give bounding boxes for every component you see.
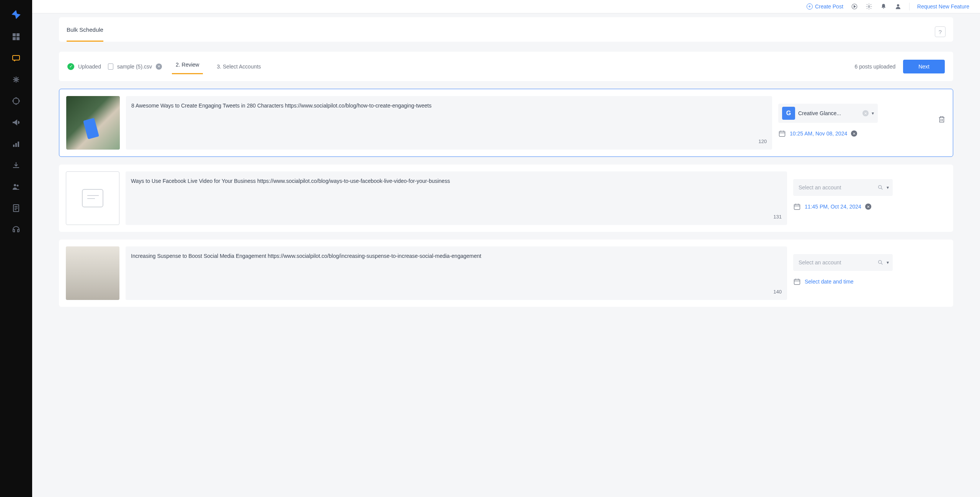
connect-icon[interactable] (11, 75, 21, 84)
topbar: + Create Post Request New Feature (32, 0, 980, 13)
post-meta: Select an account ▾ 11:45 PM, Oct 24, 20… (793, 171, 946, 210)
svg-rect-25 (794, 204, 800, 209)
clear-account-button[interactable]: ✕ (862, 110, 869, 116)
file-icon (108, 64, 113, 70)
title-card: Bulk Schedule ? (59, 17, 953, 42)
sidebar (0, 0, 32, 497)
svg-rect-4 (13, 55, 20, 60)
svg-point-5 (15, 79, 17, 80)
steps-right: 6 posts uploaded Next (855, 60, 945, 73)
file-name: sample (5).csv (117, 64, 152, 70)
support-icon[interactable] (11, 225, 21, 234)
account-select[interactable]: Select an account ▾ (793, 254, 893, 271)
steps-left: ✓ Uploaded sample (5).csv ✕ 2. Review 3.… (67, 59, 265, 74)
post-meta: G Creative Glance... ✕ ▾ 10:25 AM, Nov 0… (778, 96, 931, 137)
svg-rect-7 (13, 145, 15, 147)
datetime-text[interactable]: 10:25 AM, Nov 08, 2024 (790, 130, 847, 137)
calendar-icon (793, 203, 801, 210)
svg-point-17 (868, 6, 870, 8)
chevron-down-icon: ▾ (887, 185, 889, 190)
svg-point-11 (17, 185, 19, 187)
play-icon[interactable] (851, 3, 858, 10)
page-title-tab[interactable]: Bulk Schedule (67, 26, 103, 42)
message-icon[interactable] (11, 54, 21, 63)
post-meta: Select an account ▾ Select date and time (793, 246, 946, 285)
divider (909, 3, 910, 10)
char-count: 131 (131, 214, 782, 220)
plus-icon: + (807, 3, 813, 10)
step-uploaded-label: Uploaded (78, 64, 101, 70)
post-text: Increasing Suspense to Boost Social Medi… (131, 252, 782, 261)
svg-rect-0 (13, 33, 16, 36)
check-icon: ✓ (67, 63, 74, 70)
char-count: 140 (131, 289, 782, 295)
main-content: + Create Post Request New Feature Bulk S… (32, 0, 980, 497)
chevron-down-icon: ▾ (872, 111, 874, 116)
account-select[interactable]: G Creative Glance... ✕ ▾ (778, 104, 878, 123)
char-count: 120 (131, 139, 767, 144)
svg-point-23 (879, 186, 882, 189)
post-text: 8 Awesome Ways to Create Engaging Tweets… (131, 101, 767, 111)
svg-rect-1 (16, 33, 20, 36)
svg-rect-19 (779, 131, 785, 136)
datetime-text[interactable]: 11:45 PM, Oct 24, 2024 (805, 204, 861, 210)
account-badge-icon: G (782, 107, 795, 120)
next-button[interactable]: Next (903, 60, 945, 73)
svg-rect-8 (15, 143, 17, 147)
datetime-row: 11:45 PM, Oct 24, 2024 ✕ (793, 203, 946, 210)
trash-icon[interactable] (938, 115, 946, 124)
calendar-icon (793, 278, 801, 285)
post-card[interactable]: Increasing Suspense to Boost Social Medi… (59, 240, 953, 307)
datetime-row: Select date and time (793, 278, 946, 285)
content-wrap: Bulk Schedule ? ✓ Uploaded sample (5).cs… (32, 13, 980, 322)
clear-datetime-button[interactable]: ✕ (851, 130, 857, 137)
account-select[interactable]: Select an account ▾ (793, 179, 893, 196)
post-content: 8 Awesome Ways to Create Engaging Tweets… (126, 96, 772, 150)
svg-rect-9 (18, 142, 19, 147)
dashboard-icon[interactable] (11, 32, 21, 41)
step-select-accounts[interactable]: 3. Select Accounts (213, 60, 265, 73)
svg-point-10 (14, 184, 16, 186)
datetime-row: 10:25 AM, Nov 08, 2024 ✕ (778, 130, 931, 137)
step-review[interactable]: 2. Review (172, 59, 203, 74)
calendar-icon (778, 130, 786, 137)
search-icon (877, 184, 884, 191)
megaphone-icon[interactable] (11, 118, 21, 127)
account-placeholder: Select an account (797, 257, 874, 268)
steps-card: ✓ Uploaded sample (5).csv ✕ 2. Review 3.… (59, 52, 953, 81)
target-icon[interactable] (11, 96, 21, 106)
account-name: Creative Glance... (798, 110, 859, 116)
help-icon[interactable]: ? (935, 26, 946, 37)
clear-datetime-button[interactable]: ✕ (865, 204, 871, 210)
team-icon[interactable] (11, 182, 21, 191)
svg-rect-3 (16, 37, 20, 40)
svg-point-6 (13, 98, 19, 104)
download-icon[interactable] (11, 161, 21, 170)
post-content: Increasing Suspense to Boost Social Medi… (126, 246, 787, 300)
svg-line-30 (881, 263, 882, 264)
analytics-icon[interactable] (11, 139, 21, 148)
datetime-text[interactable]: Select date and time (805, 279, 854, 285)
remove-file-button[interactable]: ✕ (156, 64, 162, 70)
chevron-down-icon: ▾ (887, 260, 889, 265)
post-text: Ways to Use Facebook Live Video for Your… (131, 177, 782, 186)
post-content: Ways to Use Facebook Live Video for Your… (126, 171, 787, 225)
post-thumbnail (66, 96, 120, 150)
bell-icon[interactable] (880, 3, 887, 10)
request-feature-link[interactable]: Request New Feature (917, 3, 969, 10)
post-card[interactable]: 8 Awesome Ways to Create Engaging Tweets… (59, 89, 953, 157)
user-icon[interactable] (895, 3, 902, 10)
account-placeholder: Select an account (797, 182, 874, 193)
post-card[interactable]: Ways to Use Facebook Live Video for Your… (59, 165, 953, 232)
svg-line-24 (881, 188, 882, 189)
logo-icon (11, 9, 21, 20)
create-post-button[interactable]: + Create Post (807, 3, 843, 10)
svg-point-29 (879, 261, 882, 264)
gear-icon[interactable] (866, 3, 872, 10)
post-thumbnail (66, 246, 119, 300)
search-icon (877, 259, 884, 266)
placeholder-icon (82, 189, 103, 207)
svg-point-18 (897, 4, 899, 7)
document-icon[interactable] (11, 204, 21, 213)
post-thumbnail-empty (66, 171, 119, 225)
